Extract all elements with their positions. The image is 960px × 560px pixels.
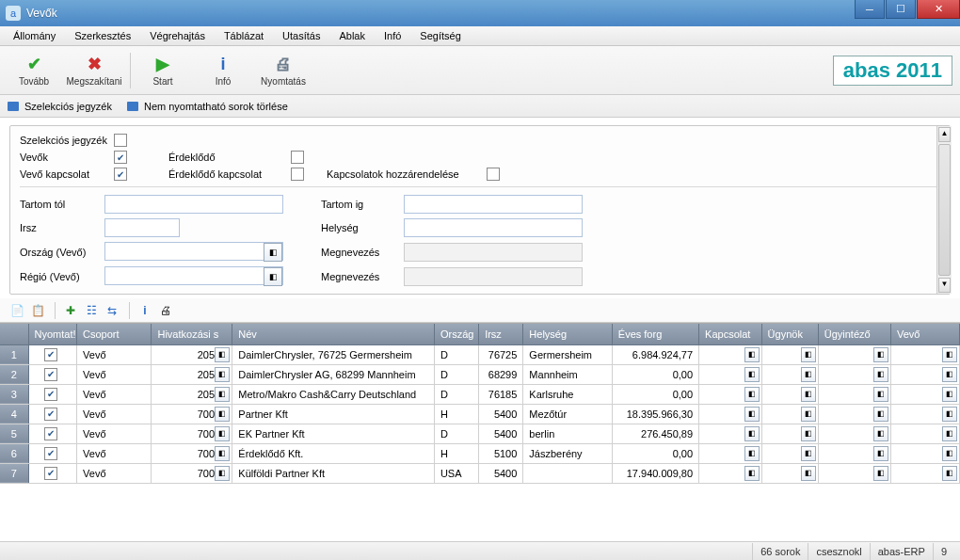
- lookup-icon[interactable]: ◧: [873, 387, 888, 402]
- input-irsz[interactable]: [104, 218, 180, 237]
- col-header[interactable]: Éves forg: [612, 324, 698, 344]
- check-erdeklodo[interactable]: [291, 151, 304, 164]
- lookup-icon[interactable]: ◧: [801, 367, 816, 382]
- form-scrollbar[interactable]: ▲ ▼: [936, 126, 952, 294]
- menu-utasítás[interactable]: Utasítás: [273, 26, 329, 45]
- table-row[interactable]: 5Vevő70002◧EK Partner KftD5400berlin276.…: [0, 424, 960, 443]
- lookup-icon[interactable]: ◧: [873, 446, 888, 461]
- lookup-icon[interactable]: ◧: [744, 466, 760, 481]
- grid-btn-5[interactable]: ⇆: [103, 301, 121, 320]
- table-row[interactable]: 1Vevő20586◧DaimlerChrysler, 76725 Germer…: [0, 344, 960, 364]
- lookup-icon[interactable]: ◧: [744, 426, 760, 441]
- table-row[interactable]: 4Vevő70001◧Partner KftH5400Mezőtúr18.395…: [0, 404, 960, 424]
- table-row[interactable]: 7Vevő70004◧Külföldi Partner KftUSA540017…: [0, 463, 960, 483]
- minimize-button[interactable]: ─: [855, 0, 885, 19]
- lookup-regio-icon[interactable]: ◧: [264, 267, 282, 286]
- lookup-icon[interactable]: ◧: [873, 426, 888, 441]
- lookup-icon[interactable]: ◧: [215, 387, 230, 402]
- table-row[interactable]: 6Vevő70003◧Érdeklődő Kft.H5100Jászberény…: [0, 443, 960, 463]
- col-header[interactable]: Nyomtat!: [28, 324, 77, 344]
- grid-btn-4[interactable]: ☷: [82, 301, 101, 320]
- lookup-icon[interactable]: ◧: [801, 446, 816, 461]
- col-header[interactable]: Csoport: [77, 324, 152, 344]
- row-print-check[interactable]: [44, 467, 57, 480]
- lookup-icon[interactable]: ◧: [873, 347, 888, 362]
- toolbar-megszakítani-button[interactable]: ✖Megszakítani: [66, 48, 122, 93]
- lookup-icon[interactable]: ◧: [801, 347, 816, 362]
- lookup-icon[interactable]: ◧: [873, 407, 888, 422]
- lookup-icon[interactable]: ◧: [873, 466, 888, 481]
- lookup-icon[interactable]: ◧: [942, 446, 957, 461]
- col-header[interactable]: Ügynök: [761, 324, 818, 344]
- row-print-check[interactable]: [44, 427, 57, 440]
- lookup-orszag-icon[interactable]: ◧: [264, 243, 282, 262]
- lookup-icon[interactable]: ◧: [744, 407, 760, 422]
- col-header[interactable]: Irsz: [479, 324, 523, 344]
- check-vevok[interactable]: [114, 151, 127, 164]
- col-header[interactable]: Kapcsolat: [699, 324, 762, 344]
- menu-szerkesztés[interactable]: Szerkesztés: [65, 26, 140, 45]
- menu-infó[interactable]: Infó: [375, 26, 410, 45]
- grid-btn-print[interactable]: 🖨: [156, 301, 175, 320]
- input-orszag[interactable]: [104, 242, 283, 261]
- lookup-icon[interactable]: ◧: [942, 387, 957, 402]
- check-kapcs-hozz[interactable]: [487, 168, 500, 181]
- menu-végrehajtás[interactable]: Végrehajtás: [140, 26, 215, 45]
- check-erd-kapcsolat[interactable]: [291, 168, 304, 181]
- filterbar-item[interactable]: Szelekciós jegyzék: [8, 101, 112, 112]
- col-header[interactable]: Ország: [434, 324, 478, 344]
- toolbar-infó-button[interactable]: iInfó: [195, 48, 251, 93]
- lookup-icon[interactable]: ◧: [215, 466, 230, 481]
- lookup-icon[interactable]: ◧: [215, 347, 230, 362]
- col-header[interactable]: Hivatkozási s: [152, 324, 232, 344]
- check-szelekcios[interactable]: [114, 134, 127, 147]
- col-header[interactable]: [0, 324, 28, 344]
- lookup-icon[interactable]: ◧: [801, 407, 816, 422]
- scroll-up-icon[interactable]: ▲: [938, 127, 951, 142]
- scroll-down-icon[interactable]: ▼: [938, 278, 951, 293]
- row-print-check[interactable]: [44, 388, 57, 401]
- menu-állomány[interactable]: Állomány: [4, 26, 65, 45]
- grid-btn-1[interactable]: 📄: [8, 301, 26, 320]
- close-button[interactable]: ✕: [917, 0, 960, 19]
- lookup-icon[interactable]: ◧: [215, 367, 230, 382]
- menu-segítség[interactable]: Segítség: [410, 26, 470, 45]
- lookup-icon[interactable]: ◧: [801, 426, 816, 441]
- input-tartom-ig[interactable]: [404, 195, 583, 214]
- lookup-icon[interactable]: ◧: [942, 347, 957, 362]
- lookup-icon[interactable]: ◧: [215, 426, 230, 441]
- grid-btn-info[interactable]: i: [136, 301, 154, 320]
- row-print-check[interactable]: [44, 368, 57, 381]
- maximize-button[interactable]: ☐: [886, 0, 916, 19]
- toolbar-tovább-button[interactable]: ✔Tovább: [6, 48, 62, 93]
- menu-ablak[interactable]: Ablak: [329, 26, 375, 45]
- lookup-icon[interactable]: ◧: [873, 367, 888, 382]
- col-header[interactable]: Helység: [523, 324, 612, 344]
- row-print-check[interactable]: [44, 348, 57, 361]
- lookup-icon[interactable]: ◧: [744, 387, 760, 402]
- toolbar-nyomtatás-button[interactable]: 🖨Nyomtatás: [255, 48, 312, 93]
- filterbar-item[interactable]: Nem nyomtatható sorok törlése: [127, 101, 288, 112]
- lookup-icon[interactable]: ◧: [215, 407, 230, 422]
- lookup-icon[interactable]: ◧: [744, 446, 760, 461]
- grid-btn-2[interactable]: 📋: [28, 301, 47, 320]
- table-row[interactable]: 2Vevő20587◧DaimlerChrysler AG, 68299 Man…: [0, 364, 960, 384]
- lookup-icon[interactable]: ◧: [801, 466, 816, 481]
- lookup-icon[interactable]: ◧: [215, 446, 230, 461]
- toolbar-start-button[interactable]: ▶Start: [135, 48, 191, 93]
- row-print-check[interactable]: [44, 447, 57, 460]
- lookup-icon[interactable]: ◧: [801, 387, 816, 402]
- menu-táblázat[interactable]: Táblázat: [215, 26, 273, 45]
- lookup-icon[interactable]: ◧: [744, 347, 760, 362]
- col-header[interactable]: Ügyintéző: [818, 324, 890, 344]
- scroll-thumb[interactable]: [938, 144, 951, 276]
- grid-btn-add[interactable]: ✚: [61, 301, 80, 320]
- input-tartom-tol[interactable]: [104, 195, 283, 214]
- lookup-icon[interactable]: ◧: [942, 466, 957, 481]
- col-header[interactable]: Vevő: [890, 324, 959, 344]
- lookup-icon[interactable]: ◧: [942, 426, 957, 441]
- input-helyseg[interactable]: [404, 218, 583, 237]
- col-header[interactable]: Név: [232, 324, 435, 344]
- lookup-icon[interactable]: ◧: [942, 407, 957, 422]
- row-print-check[interactable]: [44, 408, 57, 421]
